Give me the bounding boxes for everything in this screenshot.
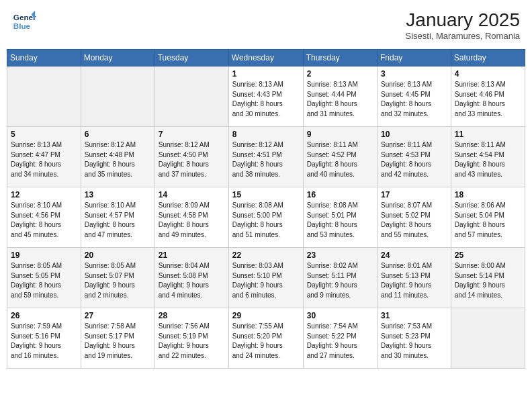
calendar-cell: 19Sunrise: 8:05 AM Sunset: 5:05 PM Dayli… [7, 248, 81, 308]
calendar-cell: 8Sunrise: 8:12 AM Sunset: 4:51 PM Daylig… [228, 127, 303, 187]
calendar-cell: 22Sunrise: 8:03 AM Sunset: 5:10 PM Dayli… [228, 248, 303, 308]
calendar-cell: 12Sunrise: 8:10 AM Sunset: 4:56 PM Dayli… [7, 187, 81, 248]
calendar-cell: 17Sunrise: 8:07 AM Sunset: 5:02 PM Dayli… [377, 187, 451, 248]
day-number: 12 [11, 190, 77, 199]
day-number: 4 [455, 69, 521, 79]
calendar-cell: 10Sunrise: 8:11 AM Sunset: 4:53 PM Dayli… [377, 127, 451, 187]
day-info: Sunrise: 8:08 AM Sunset: 5:01 PM Dayligh… [307, 201, 373, 240]
day-info: Sunrise: 8:02 AM Sunset: 5:11 PM Dayligh… [307, 261, 373, 300]
day-info: Sunrise: 8:13 AM Sunset: 4:44 PM Dayligh… [307, 80, 373, 119]
day-info: Sunrise: 8:10 AM Sunset: 4:57 PM Dayligh… [85, 201, 151, 240]
day-number: 26 [11, 311, 77, 320]
day-info: Sunrise: 7:56 AM Sunset: 5:19 PM Dayligh… [159, 322, 225, 361]
calendar-cell: 21Sunrise: 8:04 AM Sunset: 5:08 PM Dayli… [154, 248, 228, 308]
day-number: 1 [232, 69, 300, 79]
calendar-cell: 31Sunrise: 7:53 AM Sunset: 5:23 PM Dayli… [377, 308, 451, 369]
month-title: January 2025 [406, 9, 521, 31]
calendar-cell [81, 66, 154, 127]
calendar-cell: 9Sunrise: 8:11 AM Sunset: 4:52 PM Daylig… [303, 127, 377, 187]
day-number: 24 [381, 250, 447, 260]
day-info: Sunrise: 8:12 AM Sunset: 4:50 PM Dayligh… [159, 140, 225, 179]
calendar-cell: 6Sunrise: 8:12 AM Sunset: 4:48 PM Daylig… [81, 127, 154, 187]
day-info: Sunrise: 8:13 AM Sunset: 4:46 PM Dayligh… [455, 80, 521, 119]
weekday-header-monday: Monday [81, 50, 154, 66]
day-info: Sunrise: 8:10 AM Sunset: 4:56 PM Dayligh… [11, 201, 77, 240]
day-info: Sunrise: 8:09 AM Sunset: 4:58 PM Dayligh… [159, 201, 225, 240]
calendar-cell: 23Sunrise: 8:02 AM Sunset: 5:11 PM Dayli… [303, 248, 377, 308]
day-number: 27 [85, 311, 151, 320]
day-number: 21 [159, 250, 225, 260]
calendar-cell: 3Sunrise: 8:13 AM Sunset: 4:45 PM Daylig… [377, 66, 451, 127]
day-number: 31 [381, 311, 447, 320]
day-number: 30 [307, 311, 373, 320]
day-number: 15 [232, 190, 300, 199]
calendar-cell: 11Sunrise: 8:11 AM Sunset: 4:54 PM Dayli… [451, 127, 525, 187]
day-info: Sunrise: 8:04 AM Sunset: 5:08 PM Dayligh… [159, 261, 225, 300]
day-number: 9 [307, 130, 373, 139]
svg-text:Blue: Blue [13, 21, 31, 30]
day-number: 11 [455, 130, 521, 139]
day-info: Sunrise: 8:00 AM Sunset: 5:14 PM Dayligh… [455, 261, 521, 300]
calendar-table: SundayMondayTuesdayWednesdayThursdayFrid… [7, 49, 525, 369]
day-number: 28 [159, 311, 225, 320]
day-number: 8 [232, 130, 300, 139]
week-row-1: 1Sunrise: 8:13 AM Sunset: 4:43 PM Daylig… [7, 66, 525, 127]
day-info: Sunrise: 7:54 AM Sunset: 5:22 PM Dayligh… [307, 322, 373, 361]
weekday-header-wednesday: Wednesday [228, 50, 303, 66]
day-number: 14 [159, 190, 225, 199]
day-info: Sunrise: 8:01 AM Sunset: 5:13 PM Dayligh… [381, 261, 447, 300]
weekday-header-friday: Friday [377, 50, 451, 66]
calendar-cell: 28Sunrise: 7:56 AM Sunset: 5:19 PM Dayli… [154, 308, 228, 369]
day-number: 3 [381, 69, 447, 79]
location: Sisesti, Maramures, Romania [406, 31, 521, 41]
day-number: 13 [85, 190, 151, 199]
calendar-cell: 4Sunrise: 8:13 AM Sunset: 4:46 PM Daylig… [451, 66, 525, 127]
day-number: 6 [85, 130, 151, 139]
calendar-cell: 29Sunrise: 7:55 AM Sunset: 5:20 PM Dayli… [228, 308, 303, 369]
day-info: Sunrise: 8:12 AM Sunset: 4:51 PM Dayligh… [232, 140, 300, 179]
day-info: Sunrise: 8:05 AM Sunset: 5:05 PM Dayligh… [11, 261, 77, 300]
week-row-3: 12Sunrise: 8:10 AM Sunset: 4:56 PM Dayli… [7, 187, 525, 248]
day-number: 22 [232, 250, 300, 260]
day-info: Sunrise: 8:08 AM Sunset: 5:00 PM Dayligh… [232, 201, 300, 240]
day-info: Sunrise: 8:03 AM Sunset: 5:10 PM Dayligh… [232, 261, 300, 300]
day-info: Sunrise: 7:59 AM Sunset: 5:16 PM Dayligh… [11, 322, 77, 361]
calendar-cell: 18Sunrise: 8:06 AM Sunset: 5:04 PM Dayli… [451, 187, 525, 248]
calendar-cell [154, 66, 228, 127]
day-number: 23 [307, 250, 373, 260]
page-header: General Blue January 2025 Sisesti, Maram… [7, 7, 525, 44]
day-info: Sunrise: 8:13 AM Sunset: 4:47 PM Dayligh… [11, 140, 77, 179]
calendar-cell: 13Sunrise: 8:10 AM Sunset: 4:57 PM Dayli… [81, 187, 154, 248]
weekday-header-saturday: Saturday [451, 50, 525, 66]
day-number: 16 [307, 190, 373, 199]
calendar-cell: 30Sunrise: 7:54 AM Sunset: 5:22 PM Dayli… [303, 308, 377, 369]
calendar-cell: 24Sunrise: 8:01 AM Sunset: 5:13 PM Dayli… [377, 248, 451, 308]
day-info: Sunrise: 8:11 AM Sunset: 4:52 PM Dayligh… [307, 140, 373, 179]
day-number: 18 [455, 190, 521, 199]
day-number: 20 [85, 250, 151, 260]
day-number: 19 [11, 250, 77, 260]
day-number: 25 [455, 250, 521, 260]
logo-icon: General Blue [12, 9, 36, 34]
title-block: January 2025 Sisesti, Maramures, Romania [406, 9, 521, 41]
weekday-header-thursday: Thursday [303, 50, 377, 66]
day-info: Sunrise: 8:12 AM Sunset: 4:48 PM Dayligh… [85, 140, 151, 179]
calendar-cell: 5Sunrise: 8:13 AM Sunset: 4:47 PM Daylig… [7, 127, 81, 187]
week-row-5: 26Sunrise: 7:59 AM Sunset: 5:16 PM Dayli… [7, 308, 525, 369]
logo: General Blue [12, 9, 36, 34]
calendar-cell: 1Sunrise: 8:13 AM Sunset: 4:43 PM Daylig… [228, 66, 303, 127]
day-info: Sunrise: 8:13 AM Sunset: 4:45 PM Dayligh… [381, 80, 447, 119]
day-number: 17 [381, 190, 447, 199]
calendar-cell: 16Sunrise: 8:08 AM Sunset: 5:01 PM Dayli… [303, 187, 377, 248]
day-info: Sunrise: 8:07 AM Sunset: 5:02 PM Dayligh… [381, 201, 447, 240]
calendar-cell: 20Sunrise: 8:05 AM Sunset: 5:07 PM Dayli… [81, 248, 154, 308]
day-info: Sunrise: 8:11 AM Sunset: 4:53 PM Dayligh… [381, 140, 447, 179]
day-info: Sunrise: 8:13 AM Sunset: 4:43 PM Dayligh… [232, 80, 300, 119]
day-info: Sunrise: 8:05 AM Sunset: 5:07 PM Dayligh… [85, 261, 151, 300]
day-info: Sunrise: 8:11 AM Sunset: 4:54 PM Dayligh… [455, 140, 521, 179]
weekday-header-tuesday: Tuesday [154, 50, 228, 66]
calendar-cell [7, 66, 81, 127]
weekday-header-sunday: Sunday [7, 50, 81, 66]
calendar-cell [451, 308, 525, 369]
day-number: 2 [307, 69, 373, 79]
